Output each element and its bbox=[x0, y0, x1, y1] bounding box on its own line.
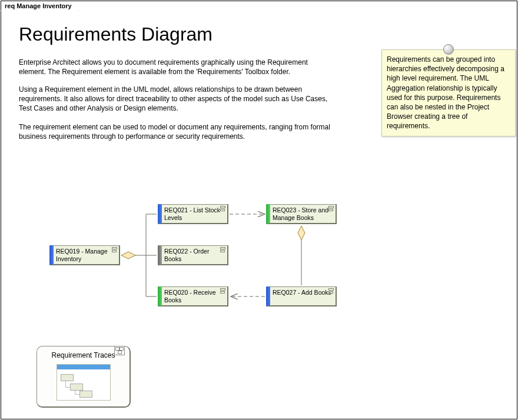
requirement-label: REQ020 - Receive Books bbox=[164, 289, 216, 304]
requirement-req022[interactable]: REQ022 - Order Books bbox=[158, 245, 228, 265]
status-bar-icon bbox=[266, 204, 270, 224]
status-bar-icon bbox=[266, 286, 270, 306]
frame-tab: req Manage Inventory bbox=[1, 1, 78, 11]
description-paragraph-2: Using a Requirement element in the UML m… bbox=[19, 85, 337, 114]
composite-structure-icon bbox=[114, 346, 125, 355]
requirement-label: REQ022 - Order Books bbox=[164, 248, 209, 262]
element-corner-icon bbox=[328, 206, 334, 211]
status-bar-icon bbox=[158, 245, 162, 265]
element-corner-icon bbox=[220, 247, 225, 252]
sticky-note-text: Requirements can be grouped into hierarc… bbox=[387, 55, 504, 130]
requirement-label: REQ021 - List Stock Levels bbox=[164, 206, 220, 221]
requirement-label: REQ023 - Store and Manage Books bbox=[273, 206, 328, 221]
subdiagram-thumbnail-icon bbox=[57, 364, 111, 401]
svg-marker-1 bbox=[298, 226, 305, 240]
requirement-req019[interactable]: REQ019 - Manage Inventory bbox=[49, 245, 120, 265]
pin-icon bbox=[443, 44, 454, 55]
subdiagram-label: Requirement Traces bbox=[51, 351, 115, 359]
status-bar-icon bbox=[158, 204, 162, 224]
status-bar-icon bbox=[158, 286, 162, 306]
element-corner-icon bbox=[112, 247, 117, 252]
diagram-title: Requirements Diagram bbox=[19, 24, 212, 45]
status-bar-icon bbox=[49, 245, 54, 265]
requirement-req027[interactable]: REQ027 - Add Books bbox=[266, 286, 337, 306]
description-paragraph-3: The requirement element can be used to m… bbox=[19, 122, 337, 141]
diagram-frame: req Manage Inventory Requirements Diagra… bbox=[1, 1, 517, 419]
requirement-label: REQ019 - Manage Inventory bbox=[56, 248, 108, 262]
sticky-note[interactable]: Requirements can be grouped into hierarc… bbox=[381, 49, 516, 136]
subdiagram-requirement-traces[interactable]: Requirement Traces bbox=[36, 346, 131, 408]
requirement-req020[interactable]: REQ020 - Receive Books bbox=[158, 286, 228, 306]
description-paragraph-1: Enterprise Architect allows you to docum… bbox=[19, 58, 337, 76]
requirement-label: REQ027 - Add Books bbox=[273, 289, 331, 296]
element-corner-icon bbox=[220, 206, 225, 211]
requirement-req023[interactable]: REQ023 - Store and Manage Books bbox=[266, 204, 337, 224]
element-corner-icon bbox=[328, 288, 334, 293]
svg-marker-0 bbox=[121, 252, 135, 259]
element-corner-icon bbox=[220, 288, 225, 293]
requirement-req021[interactable]: REQ021 - List Stock Levels bbox=[158, 204, 228, 224]
